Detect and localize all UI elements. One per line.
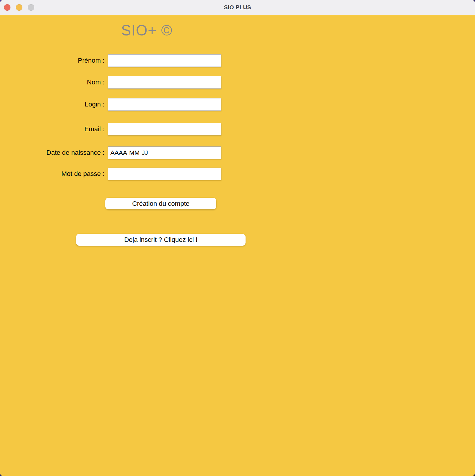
prenom-input[interactable] <box>108 54 221 67</box>
date-de-naissance-input[interactable] <box>108 146 221 159</box>
mot-de-passe-label: Mot de passe : <box>0 168 104 180</box>
create-account-button[interactable]: Création du compte <box>105 198 216 209</box>
form-row-nom: Nom : <box>0 76 227 89</box>
window-titlebar[interactable]: SIO PLUS <box>0 0 475 15</box>
nom-label: Nom : <box>0 76 104 89</box>
window-content: SIO+ © Prénom : Nom : Login : Email : Da… <box>0 15 475 476</box>
date-de-naissance-label: Date de naissance : <box>0 146 104 159</box>
form-row-mot-de-passe: Mot de passe : <box>0 168 227 180</box>
app-window: SIO PLUS SIO+ © Prénom : Nom : Login : E… <box>0 0 475 476</box>
window-title: SIO PLUS <box>0 0 475 15</box>
login-input[interactable] <box>108 98 221 111</box>
already-registered-button[interactable]: Deja inscrit ? Cliquez ici ! <box>76 234 246 246</box>
mot-de-passe-input[interactable] <box>108 168 221 180</box>
login-label: Login : <box>0 98 104 111</box>
email-label: Email : <box>0 123 104 135</box>
app-title: SIO+ © <box>121 22 172 39</box>
email-input[interactable] <box>108 123 221 135</box>
form-row-prenom: Prénom : <box>0 54 227 67</box>
form-row-date-de-naissance: Date de naissance : <box>0 146 227 159</box>
form-row-login: Login : <box>0 98 227 111</box>
form-row-email: Email : <box>0 123 227 135</box>
nom-input[interactable] <box>108 76 221 89</box>
prenom-label: Prénom : <box>0 54 104 67</box>
